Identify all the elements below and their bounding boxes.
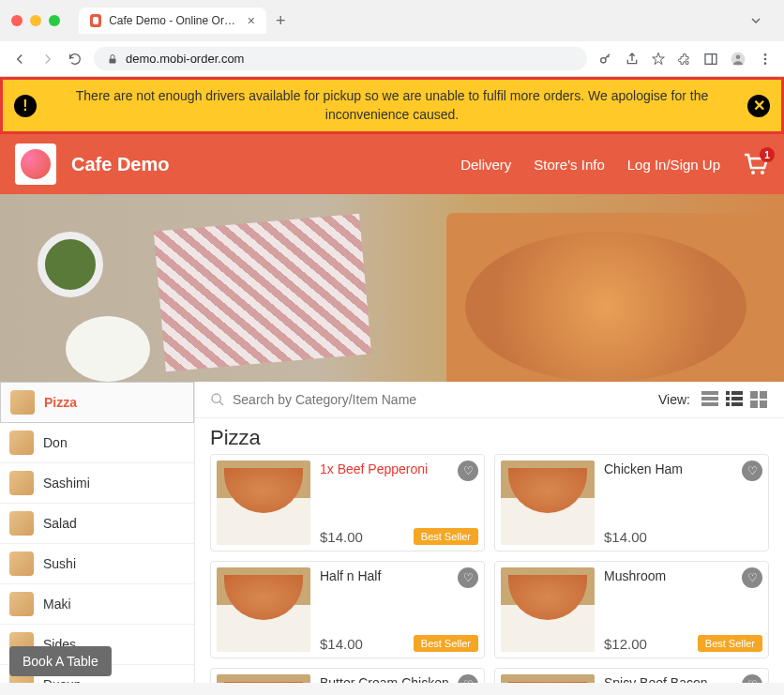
category-item-pizza[interactable]: Pizza bbox=[0, 382, 194, 423]
bestseller-badge: Best Seller bbox=[414, 528, 478, 545]
svg-point-10 bbox=[761, 171, 764, 174]
product-image bbox=[501, 461, 595, 545]
product-name: Half n Half bbox=[320, 567, 478, 584]
category-item-sushi[interactable]: Sushi bbox=[0, 544, 194, 584]
svg-point-1 bbox=[601, 57, 606, 62]
section-title: Pizza bbox=[195, 418, 784, 454]
product-card[interactable]: 1x Beef Pepperoni $14.00 ♡ Best Seller bbox=[210, 454, 485, 551]
tab-bar: Cafe Demo - Online Ordering × + bbox=[79, 8, 743, 34]
product-info: Spicy Beef Bacon bbox=[604, 674, 762, 683]
category-thumb bbox=[9, 551, 34, 576]
product-image bbox=[217, 461, 310, 545]
product-name: Butter Cream Chicken Sausage bbox=[320, 674, 478, 683]
hero-decoration bbox=[66, 316, 150, 382]
product-image bbox=[217, 567, 310, 652]
browser-tab[interactable]: Cafe Demo - Online Ordering × bbox=[79, 8, 266, 34]
forward-button[interactable] bbox=[39, 51, 56, 68]
category-item-salad[interactable]: Salad bbox=[0, 504, 194, 544]
browser-action-icons bbox=[598, 51, 773, 68]
bestseller-badge: Best Seller bbox=[414, 635, 478, 652]
category-item-maki[interactable]: Maki bbox=[0, 584, 194, 625]
tab-title: Cafe Demo - Online Ordering bbox=[109, 14, 236, 27]
product-card[interactable]: Chicken Ham $14.00 ♡ bbox=[494, 454, 769, 551]
profile-icon[interactable] bbox=[730, 51, 746, 68]
svg-rect-0 bbox=[110, 58, 116, 63]
share-icon[interactable] bbox=[625, 52, 640, 67]
category-thumb bbox=[9, 592, 34, 616]
cart-button[interactable]: 1 bbox=[743, 153, 769, 175]
url-text: demo.mobi-order.com bbox=[126, 52, 244, 66]
new-tab-button[interactable]: + bbox=[276, 11, 286, 31]
view-label: View: bbox=[658, 392, 690, 407]
window-close-button[interactable] bbox=[11, 15, 23, 26]
nav-stores-info[interactable]: Store's Info bbox=[534, 157, 604, 173]
category-item-don[interactable]: Don bbox=[0, 423, 194, 463]
lock-icon bbox=[107, 53, 118, 65]
product-card[interactable]: Spicy Beef Bacon ♡ bbox=[494, 668, 769, 683]
category-label: Maki bbox=[43, 597, 71, 612]
svg-line-12 bbox=[219, 401, 223, 405]
panel-icon[interactable] bbox=[703, 52, 718, 67]
site-header: Cafe Demo Delivery Store's Info Log In/S… bbox=[0, 134, 784, 194]
hero-banner bbox=[0, 194, 784, 382]
svg-point-7 bbox=[764, 57, 767, 60]
category-label: Sushi bbox=[43, 556, 76, 571]
search-input[interactable] bbox=[233, 392, 647, 407]
chevron-down-icon[interactable] bbox=[750, 15, 761, 26]
menu-icon[interactable] bbox=[758, 52, 773, 67]
view-grid-button[interactable] bbox=[750, 391, 769, 408]
product-name: Spicy Beef Bacon bbox=[604, 674, 762, 683]
extensions-icon[interactable] bbox=[677, 52, 692, 67]
product-card[interactable]: Mushroom $12.00 ♡ Best Seller bbox=[494, 561, 769, 658]
alert-warning-icon: ! bbox=[14, 95, 37, 117]
alert-banner: ! There are not enough drivers available… bbox=[0, 77, 784, 134]
nav-login[interactable]: Log In/Sign Up bbox=[627, 157, 720, 173]
product-name: Mushroom bbox=[604, 567, 762, 584]
category-label: Pizza bbox=[44, 395, 77, 410]
product-name: 1x Beef Pepperoni bbox=[320, 461, 478, 477]
product-image bbox=[217, 674, 310, 683]
product-name: Chicken Ham bbox=[604, 461, 762, 477]
alert-message: There are not enough drivers available f… bbox=[46, 87, 738, 124]
alert-close-icon[interactable]: ✕ bbox=[747, 95, 770, 117]
content-toolbar: View: bbox=[195, 382, 784, 418]
product-image bbox=[501, 567, 595, 652]
product-image bbox=[501, 674, 595, 683]
product-card[interactable]: Half n Half $14.00 ♡ Best Seller bbox=[210, 561, 485, 658]
svg-point-6 bbox=[764, 53, 767, 56]
svg-rect-2 bbox=[705, 53, 716, 64]
category-label: Dusun bbox=[43, 677, 81, 683]
svg-point-11 bbox=[212, 394, 220, 402]
hero-decoration bbox=[154, 214, 371, 372]
tab-close-icon[interactable]: × bbox=[248, 13, 255, 28]
category-item-sashimi[interactable]: Sashimi bbox=[0, 463, 194, 504]
category-label: Don bbox=[43, 435, 68, 450]
category-sidebar: Pizza Don Sashimi Salad Sushi Maki Sides bbox=[0, 382, 195, 683]
reload-button[interactable] bbox=[68, 52, 83, 67]
view-list-button[interactable] bbox=[701, 391, 718, 408]
search-icon bbox=[210, 392, 225, 407]
product-card[interactable]: Butter Cream Chicken Sausage ♡ bbox=[210, 668, 485, 683]
browser-chrome: Cafe Demo - Online Ordering × + demo.mob… bbox=[0, 0, 784, 77]
book-table-button[interactable]: Book A Table bbox=[9, 646, 112, 676]
header-nav: Delivery Store's Info Log In/Sign Up 1 bbox=[460, 153, 769, 175]
favicon-icon bbox=[90, 14, 101, 27]
product-info: Chicken Ham $14.00 bbox=[604, 461, 762, 545]
window-minimize-button[interactable] bbox=[30, 15, 41, 26]
view-detail-button[interactable] bbox=[726, 391, 743, 408]
window-maximize-button[interactable] bbox=[49, 15, 60, 26]
nav-delivery[interactable]: Delivery bbox=[460, 157, 511, 173]
category-label: Salad bbox=[43, 516, 77, 531]
key-icon[interactable] bbox=[598, 52, 613, 67]
category-thumb bbox=[9, 431, 34, 455]
brand-logo[interactable] bbox=[15, 144, 56, 185]
back-button[interactable] bbox=[11, 51, 28, 68]
main-area: Pizza Don Sashimi Salad Sushi Maki Sides bbox=[0, 382, 784, 683]
star-icon[interactable] bbox=[651, 52, 666, 67]
address-bar[interactable]: demo.mobi-order.com bbox=[94, 47, 587, 70]
category-label: Sashimi bbox=[43, 476, 90, 491]
address-bar-row: demo.mobi-order.com bbox=[0, 41, 784, 76]
product-price: $14.00 bbox=[604, 529, 762, 545]
svg-point-9 bbox=[751, 171, 755, 174]
product-info: Butter Cream Chicken Sausage bbox=[320, 674, 478, 683]
